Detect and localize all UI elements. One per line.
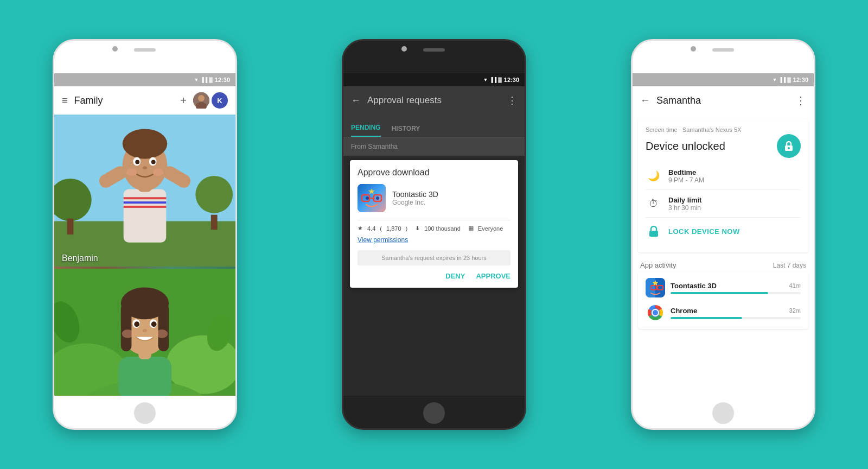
toontastic-activity-info: Toontastic 3D 41m (671, 282, 801, 294)
time-1: 12:30 (215, 77, 230, 83)
battery-icon-3: ▓ (787, 77, 791, 83)
phone-1-home[interactable] (134, 402, 156, 424)
lock-device-row[interactable]: LOCK DEVICE NOW (646, 218, 801, 245)
lock-icon (646, 223, 662, 239)
bedtime-row[interactable]: 🌙 Bedtime 9 PM - 7 AM (646, 162, 801, 190)
daily-limit-info: Daily limit 3 hr 30 min (668, 196, 701, 212)
more-icon-2[interactable]: ⋮ (507, 94, 517, 106)
samantha-toolbar: ← Samantha ⋮ (633, 86, 814, 115)
svg-rect-8 (124, 206, 167, 208)
phone-1: ▼ ▐▐ ▓ 12:30 ≡ Family + (53, 39, 237, 430)
phone-3-status-bar: ▼ ▐▐ ▓ 12:30 (633, 73, 814, 86)
audience: Everyone (478, 225, 503, 232)
approval-actions: DENY APPROVE (358, 272, 510, 280)
svg-point-49 (376, 197, 379, 200)
toontastic-activity-row[interactable]: Toontastic 3D 41m (646, 278, 801, 297)
card-title: Approve download (358, 168, 510, 178)
approval-toolbar: ← Approval requests ⋮ (343, 86, 525, 115)
approval-title: Approval requests (367, 95, 501, 106)
lock-circle-icon[interactable] (777, 134, 801, 158)
samantha-card[interactable]: Samantha (54, 269, 235, 396)
svg-point-40 (151, 321, 157, 327)
tab-pending[interactable]: PENDING (351, 124, 381, 137)
toontastic-icon (646, 278, 665, 297)
phone-2-camera (401, 46, 407, 52)
daily-limit-label: Daily limit (668, 196, 701, 204)
downloads: 100 thousand (424, 225, 461, 232)
app-activity-title: App activity (640, 261, 676, 269)
svg-point-1 (198, 95, 205, 102)
approval-card: Approve download (350, 160, 518, 288)
phone-1-status-bar: ▼ ▐▐ ▓ 12:30 (54, 73, 235, 86)
chrome-activity-row[interactable]: Chrome 32m (646, 303, 801, 322)
signal-icon-2: ▐▐ (490, 77, 497, 83)
app-icon (358, 184, 386, 212)
settings-list: 🌙 Bedtime 9 PM - 7 AM ⏱ Daily limit (646, 162, 801, 245)
benjamin-card[interactable]: Benjamin (54, 115, 235, 269)
toontastic-progress-fill (671, 292, 768, 294)
family-title: Family (74, 95, 174, 106)
deny-button[interactable]: DENY (445, 272, 465, 280)
download-icon: ⬇ (415, 225, 420, 232)
chrome-progress-fill (671, 317, 742, 319)
user-avatars: K (193, 92, 228, 109)
phone-2-home[interactable] (423, 402, 445, 424)
view-permissions-link[interactable]: View permissions (358, 236, 510, 244)
svg-rect-36 (158, 303, 169, 351)
svg-rect-6 (124, 197, 167, 199)
phone-1-speaker (134, 48, 156, 52)
battery-icon-1: ▓ (209, 77, 213, 83)
toontastic-progress-bar (671, 292, 801, 294)
phone-section-1: ▼ ▐▐ ▓ 12:30 ≡ Family + (1, 0, 290, 469)
lock-device-label[interactable]: LOCK DEVICE NOW (668, 227, 740, 236)
phone-3-home[interactable] (712, 402, 734, 424)
rating: 4.4 (367, 225, 375, 232)
back-icon-3[interactable]: ← (640, 95, 650, 106)
tab-history[interactable]: HISTORY (392, 125, 420, 137)
lock-device-info: LOCK DEVICE NOW (668, 227, 740, 236)
app-activity-card: Toontastic 3D 41m (638, 271, 808, 329)
bedtime-icon: 🌙 (646, 168, 662, 184)
wifi-icon-2: ▼ (483, 77, 488, 83)
svg-rect-7 (124, 201, 167, 204)
app-details: Toontastic 3D Google Inc. (392, 190, 438, 206)
user-avatar-photo[interactable] (193, 92, 209, 109)
wifi-icon-1: ▼ (194, 77, 199, 83)
app-activity-days: Last 7 days (773, 262, 806, 269)
svg-rect-31 (118, 357, 171, 396)
daily-limit-row[interactable]: ⏱ Daily limit 3 hr 30 min (646, 190, 801, 218)
signal-icon-3: ▐▐ (779, 77, 786, 83)
wifi-icon-3: ▼ (773, 77, 777, 83)
bedtime-value: 9 PM - 7 AM (668, 176, 704, 184)
audience-icon: ▦ (468, 225, 474, 232)
signal-icon-1: ▐▐ (201, 77, 208, 83)
star-icon: ★ (358, 225, 363, 232)
phone-1-camera (112, 46, 118, 52)
svg-point-48 (366, 197, 369, 200)
timer-icon: ⏱ (646, 195, 662, 212)
user-avatar-k[interactable]: K (212, 92, 228, 109)
phone-1-screen: ▼ ▐▐ ▓ 12:30 ≡ Family + (54, 73, 235, 396)
back-icon-2[interactable]: ← (351, 95, 361, 106)
phone-2-screen: ▼ ▐▐ ▓ 12:30 ← Approval requests ⋮ PENDI… (343, 73, 525, 396)
svg-point-39 (134, 321, 139, 327)
app-developer: Google Inc. (392, 199, 438, 206)
screen-time-card: Screen time · Samantha's Nexus 5X Device… (638, 119, 808, 252)
svg-point-52 (788, 147, 790, 149)
svg-point-41 (143, 329, 147, 332)
battery-icon-2: ▓ (498, 77, 502, 83)
add-member-icon[interactable]: + (180, 94, 187, 107)
more-icon-3[interactable]: ⋮ (795, 94, 806, 107)
menu-icon[interactable]: ≡ (62, 95, 68, 106)
svg-point-16 (135, 160, 139, 164)
svg-rect-24 (211, 215, 218, 230)
svg-rect-23 (67, 219, 74, 234)
phone-3: ▼ ▐▐ ▓ 12:30 ← Samantha ⋮ Screen time · … (631, 39, 815, 430)
time-3: 12:30 (793, 77, 808, 83)
approve-button[interactable]: APPROVE (476, 272, 510, 280)
app-activity-header: App activity Last 7 days (633, 257, 814, 271)
phone-2-speaker (423, 48, 445, 52)
phone-3-shell: ▼ ▐▐ ▓ 12:30 ← Samantha ⋮ Screen time · … (631, 39, 815, 430)
svg-rect-53 (649, 231, 658, 237)
phone-section-3: ▼ ▐▐ ▓ 12:30 ← Samantha ⋮ Screen time · … (579, 0, 868, 469)
